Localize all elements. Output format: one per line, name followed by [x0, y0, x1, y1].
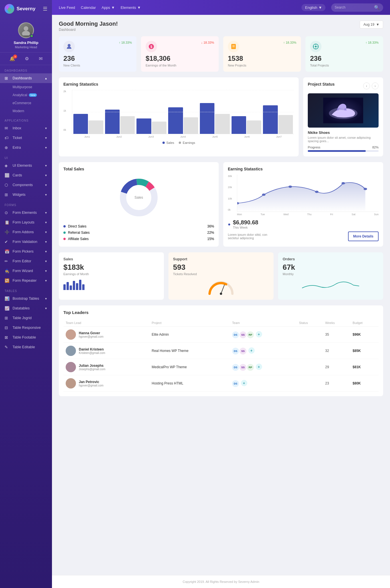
sidebar-item-bootstrap-tables[interactable]: 📊 Bootstrap Tables ▼: [0, 294, 52, 303]
bar-group-4: [200, 103, 230, 134]
dot-direct-sales: [63, 225, 66, 227]
footer-text: Copyright 2019. All Rights Reserved by S…: [183, 580, 259, 583]
next-arrow[interactable]: ›: [372, 82, 379, 89]
messages-icon-btn[interactable]: ✉: [39, 56, 43, 61]
sidebar-item-table-responsive[interactable]: ⊟ Table Responsive: [0, 323, 52, 333]
sidebar-item-form-layouts[interactable]: 📋 Form Layouts ▼: [0, 218, 52, 227]
form-validation-icon: ✔: [5, 239, 10, 244]
svg-point-34: [69, 331, 73, 335]
chevron-down-icon2: ▼: [45, 136, 47, 140]
chevron-down-elements: ▼: [137, 5, 141, 10]
analytical-new-badge: New: [29, 93, 37, 97]
sidebar-item-datatables[interactable]: 📈 Datatables ▼: [0, 303, 52, 313]
sidebar-item-form-editor[interactable]: ✏ Form Editor ▼: [0, 256, 52, 266]
notification-icon-btn[interactable]: 🔔 9: [9, 56, 15, 61]
search-input[interactable]: [335, 5, 372, 9]
stat-label-1: Earnings of the Month: [146, 64, 214, 67]
user-name: Sandra Phillip: [14, 41, 39, 45]
td-project: MedicalPro WP Theme: [149, 359, 230, 375]
bar-group-6: [263, 105, 293, 134]
prev-arrow[interactable]: ‹: [363, 82, 370, 89]
sidebar-item-table-footable[interactable]: ⊠ Table Footable: [0, 333, 52, 342]
add-team-member-button[interactable]: +: [256, 364, 262, 370]
sidebar-sub-multipurpose[interactable]: Multipurpose: [0, 83, 52, 91]
col-status: Status: [297, 319, 323, 327]
add-team-member-button[interactable]: +: [256, 331, 262, 337]
sidebar-sub-modern[interactable]: Modern: [0, 107, 52, 115]
col-team-lead: Team Lead: [63, 319, 149, 327]
svg-point-29: [315, 191, 318, 193]
sidebar-item-extra[interactable]: ⊕ Extra ▼: [0, 143, 52, 152]
sidebar-item-inbox[interactable]: ✉ Inbox ▼: [0, 123, 52, 133]
stat-icon-3: [310, 41, 321, 52]
stat-card-0: ↑ 18.33% 236 New Clients: [59, 36, 136, 72]
table-editable-icon: ✎: [5, 345, 10, 349]
sidebar-item-form-validation[interactable]: ✔ Form Validation ▼: [0, 237, 52, 247]
sidebar-item-table-jsgrid[interactable]: ⊞ Table Jsgrid: [0, 313, 52, 323]
cards-label: Cards: [13, 173, 22, 177]
mini-bar-6: [82, 284, 85, 290]
sidebar-item-ticket[interactable]: 🏷 Ticket ▼: [0, 133, 52, 143]
td-team-lead: Daniel Kristeen Kristeen@gmail.com: [63, 343, 149, 359]
sidebar-icon-row: 🔔 9 ⚙ ✉: [0, 53, 52, 65]
svg-rect-8: [231, 44, 236, 49]
date-picker[interactable]: Aug 19 ▼: [360, 21, 383, 29]
orders-line-chart: [283, 278, 379, 293]
charts-row-1: Earning Statastics 2k 1k 0k: [59, 77, 383, 156]
td-team-lead: Julian Josephs Josephs@gmail.com: [63, 359, 149, 375]
stat-icon-0: [63, 41, 75, 52]
language-selector[interactable]: English ▼: [301, 4, 325, 11]
progress-bar-fill: [308, 150, 366, 152]
sidebar-item-table-editable[interactable]: ✎ Table Editable: [0, 342, 52, 352]
hamburger-icon[interactable]: ☰: [43, 6, 47, 12]
tables-section-title: Tables: [0, 285, 52, 294]
sidebar-item-form-wizard[interactable]: 🧙 Form Wizard ▼: [0, 266, 52, 276]
total-sales-title: Total Sales: [63, 167, 214, 171]
sidebar-item-form-addons[interactable]: ➕ Form Addons ▼: [0, 227, 52, 237]
sidebar-item-form-pickers[interactable]: 📅 Form Pickers ▼: [0, 247, 52, 256]
search-icon[interactable]: 🔍: [374, 5, 380, 10]
team-badge-ds: DS: [232, 331, 239, 338]
stat-value-0: 236: [63, 55, 132, 63]
nav-elements[interactable]: Elements ▼: [120, 5, 141, 10]
sidebar-sub-analytical[interactable]: Analytical New: [0, 91, 52, 99]
add-team-member-button[interactable]: +: [241, 380, 247, 386]
sidebar-item-dashboards[interactable]: ⊞ Dashboards ▲: [0, 73, 52, 83]
td-team-lead: Jan Petrovic hgover@gmail.com: [63, 375, 149, 392]
sidebar-item-cards[interactable]: ⬜ Cards ▼: [0, 170, 52, 180]
sidebar-item-widgets[interactable]: ⊞ Widgets ▼: [0, 190, 52, 200]
nav-calendar[interactable]: Calendar: [81, 5, 96, 10]
col-budget: Budget: [350, 319, 379, 327]
datatables-icon: 📈: [5, 306, 10, 311]
user-role: Marketing Head: [15, 45, 37, 49]
sidebar-item-components[interactable]: ⬡ Components ▼: [0, 180, 52, 190]
table-responsive-icon: ⊟: [5, 325, 10, 330]
more-details-button[interactable]: More Details: [348, 231, 379, 241]
table-editable-label: Table Editable: [13, 345, 35, 349]
form-repeater-icon: 🔁: [5, 278, 10, 283]
sidebar-item-form-elements[interactable]: ⊙ Form Elements ▼: [0, 208, 52, 218]
nav-live-feed[interactable]: Live Feed: [59, 5, 75, 10]
project-status-title: Project Status: [308, 82, 335, 86]
leaders-table-head: Team Lead Project Team Status Weeks Budg…: [63, 319, 379, 327]
chart-legend: Sales Earnings: [63, 141, 294, 144]
form-editor-label: Form Editor: [13, 259, 31, 263]
chevron-down-icon12: ▼: [45, 250, 47, 253]
page-content: Good Morning Jason! Dashboard Aug 19 ▼ ↑…: [52, 15, 390, 575]
sidebar-sub-ecommerce[interactable]: eCommerce: [0, 99, 52, 107]
mini-bar-0: [63, 284, 66, 290]
nav-apps[interactable]: Apps ▼: [102, 5, 115, 10]
svg-line-32: [221, 285, 224, 294]
team-badge-rp: RP: [247, 364, 254, 371]
add-team-member-button[interactable]: +: [248, 347, 255, 354]
sidebar-item-ui-elements[interactable]: ◈ UI Elements ▼: [0, 161, 52, 170]
settings-icon-btn[interactable]: ⚙: [25, 56, 29, 61]
ecommerce-label: eCommerce: [13, 101, 31, 105]
legend-affiliate-sales: Affiliate Sales 15%: [63, 236, 214, 242]
stat-icon-2: [228, 41, 239, 52]
logo-icon: [5, 4, 14, 14]
legend-earnings: Earnings: [179, 141, 195, 144]
sidebar-item-form-repeater[interactable]: 🔁 Form Repeater ▼: [0, 276, 52, 285]
notification-badge: 9: [13, 55, 17, 59]
progress-text: Progress: [308, 146, 320, 149]
